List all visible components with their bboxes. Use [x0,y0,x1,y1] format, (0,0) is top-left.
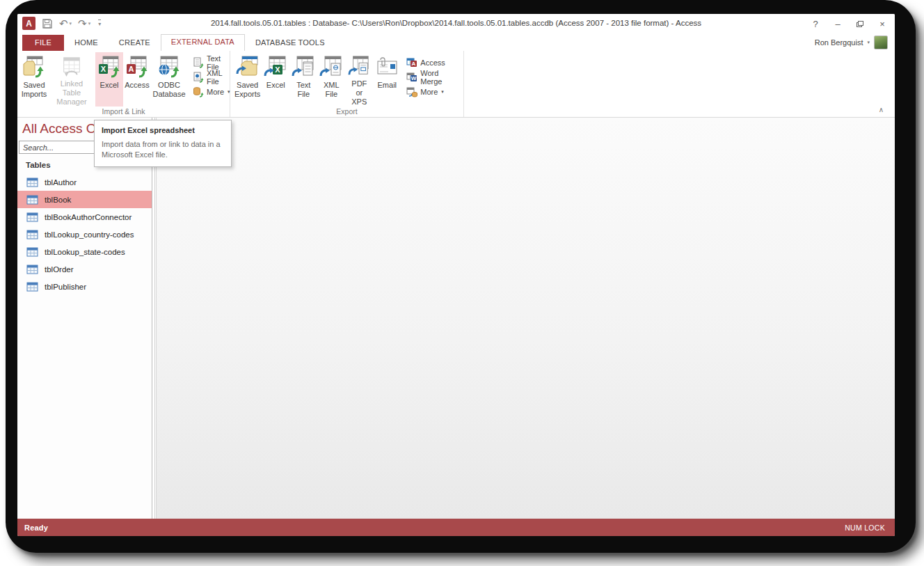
table-icon [26,281,38,292]
undo-button[interactable]: ↶▾ [59,19,72,29]
close-button[interactable]: × [874,17,891,30]
export-text-file-icon [292,55,315,79]
navigation-pane: All Access O Tables tblAuthor tblBook tb… [17,118,152,519]
group-label-export: Export [230,107,463,116]
undo-dropdown-icon[interactable]: ▾ [70,19,72,29]
saved-exports-icon [236,55,260,79]
import-access-icon: A [125,55,149,79]
saved-exports-button[interactable]: Saved Exports [233,52,262,107]
customize-qat-icon[interactable]: ▾ [98,19,101,27]
export-access-button[interactable]: A Access [406,56,456,69]
tooltip-title: Import Excel spreadsheet [102,126,224,134]
export-pdf-xps-button[interactable]: PDF or XPS [345,52,373,107]
dropdown-icon: ▾ [441,89,444,95]
restore-icon [857,21,863,27]
num-lock-indicator: NUM LOCK [845,524,885,532]
saved-imports-button[interactable]: Saved Imports [20,52,48,107]
export-more-icon [406,86,417,97]
import-excel-tooltip: Import Excel spreadsheet Import data fro… [94,120,232,167]
collapse-ribbon-button[interactable]: ∧ [879,106,884,113]
svg-text:W: W [411,75,417,81]
table-row-tblBookAuthorConnector[interactable]: tblBookAuthorConnector [17,208,152,226]
access-window: A ↶▾ ↷▾ ▾ 2014.fall.tools.05.01.tables :… [17,14,895,536]
window-controls: ? – × [807,17,891,30]
import-excel-icon: X [97,55,121,79]
content-area: All Access O Tables tblAuthor tblBook tb… [17,118,895,519]
import-access-button[interactable]: A Access [123,52,151,107]
import-odbc-database-button[interactable]: ODBC Database [151,52,187,107]
table-icon [26,246,38,258]
document-workspace [156,118,895,519]
import-xml-file-button[interactable]: XML File [193,71,230,84]
tab-create[interactable]: CREATE [109,35,161,51]
table-icon [26,194,38,205]
tab-database-tools[interactable]: DATABASE TOOLS [245,35,335,51]
tab-external-data[interactable]: EXTERNAL DATA [161,34,245,51]
email-icon [375,55,399,79]
text-file-icon [193,57,204,68]
export-xml-file-button[interactable]: XML File [317,52,345,107]
linked-table-manager-button[interactable]: Linked Table Manager [48,52,95,107]
access-app-icon[interactable]: A [22,17,35,30]
export-xml-file-icon [319,55,343,79]
saved-imports-icon [22,55,46,79]
import-excel-button[interactable]: X Excel [95,52,123,107]
redo-button[interactable]: ↷▾ [78,19,90,29]
svg-text:A: A [412,61,416,67]
svg-text:X: X [276,65,281,74]
user-avatar[interactable] [874,36,888,49]
export-email-button[interactable]: Email [373,52,401,107]
tab-home[interactable]: HOME [64,35,109,51]
tab-file[interactable]: FILE [22,35,64,51]
export-word-merge-button[interactable]: W Word Merge [406,71,456,84]
table-row-tblPublisher[interactable]: tblPublisher [17,278,152,295]
ribbon: Saved Imports Linked Table Manager [17,51,895,118]
export-text-file-button[interactable]: Text File [289,52,317,107]
table-icon [26,212,38,223]
status-bar: Ready NUM LOCK [17,519,895,536]
user-dropdown-icon: ▾ [867,40,870,45]
restore-button[interactable] [852,17,868,30]
export-more-button[interactable]: More ▾ [406,86,456,98]
export-small-buttons: A Access W Word Merge [401,52,461,98]
svg-text:A: A [129,65,134,73]
export-excel-icon: X [264,55,287,79]
user-name: Ron Bergquist [815,38,863,47]
group-label-import-link: Import & Link [17,107,230,116]
ribbon-group-export: Saved Exports X Excel [230,51,464,117]
window-title: 2014.fall.tools.05.01.tables : Database-… [17,19,895,27]
export-excel-button[interactable]: X Excel [262,52,289,107]
ribbon-tab-bar: FILE HOME CREATE EXTERNAL DATA DATABASE … [17,33,895,51]
table-icon [26,264,38,275]
import-more-button[interactable]: More ▾ [193,86,230,98]
linked-table-manager-icon [60,55,83,77]
screenshot-stage: A ↶▾ ↷▾ ▾ 2014.fall.tools.05.01.tables :… [0,0,924,566]
table-row-tblAuthor[interactable]: tblAuthor [17,173,152,191]
svg-text:X: X [101,65,106,73]
titlebar: A ↶▾ ↷▾ ▾ 2014.fall.tools.05.01.tables :… [17,14,895,33]
user-account-menu[interactable]: Ron Bergquist ▾ [815,36,888,49]
database-cylinder-icon [193,86,204,97]
table-row-tblBook[interactable]: tblBook [17,191,152,208]
table-icon [26,177,38,188]
save-icon[interactable] [42,18,53,29]
table-row-tblLookup_state-codes[interactable]: tblLookup_state-codes [17,243,152,260]
xml-file-icon [193,72,204,83]
pdf-xps-icon [347,55,371,77]
table-icon [26,229,38,240]
table-row-tblLookup_country-codes[interactable]: tblLookup_country-codes [17,226,152,243]
status-message: Ready [24,524,48,532]
import-small-buttons: Text File XML File [187,52,234,98]
ribbon-group-import-link: Saved Imports Linked Table Manager [17,51,230,117]
export-access-icon: A [406,57,417,68]
odbc-database-icon [157,55,181,79]
redo-dropdown-icon[interactable]: ▾ [88,19,91,29]
help-button[interactable]: ? [807,17,824,30]
quick-access-toolbar: A ↶▾ ↷▾ ▾ [22,17,101,30]
word-merge-icon: W [406,72,417,83]
minimize-button[interactable]: – [829,17,846,30]
tooltip-body: Import data from or link to data in a Mi… [102,139,224,159]
import-text-file-button[interactable]: Text File [193,56,230,69]
table-row-tblOrder[interactable]: tblOrder [17,260,152,278]
